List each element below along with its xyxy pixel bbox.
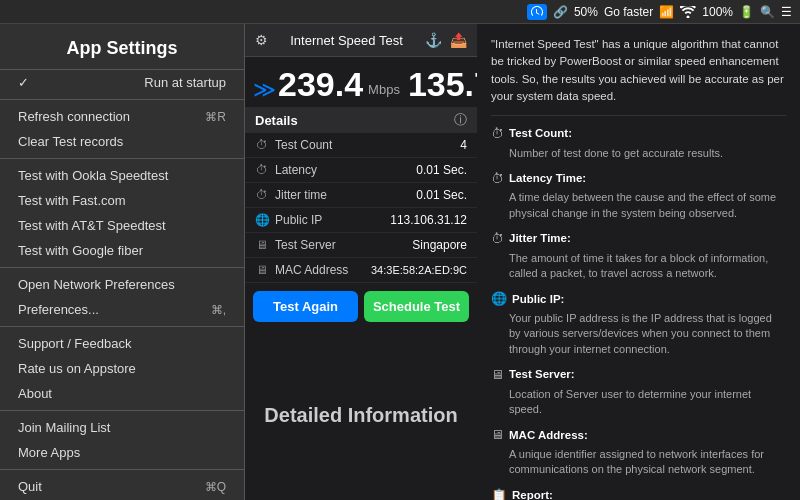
right-server-title: Test Server:: [509, 366, 575, 383]
right-panel-intro: "Internet Speed Test" has a unique algor…: [491, 36, 786, 105]
menu-icon[interactable]: ☰: [781, 5, 792, 19]
battery-full-text: 100%: [702, 5, 733, 19]
speed-app-icon[interactable]: [527, 4, 547, 20]
center-panel: ⚙ Internet Speed Test ⚓ 📤 ≫ 239.4 Mbps 1…: [245, 24, 477, 500]
menu-item-clear-records[interactable]: Clear Test records: [0, 129, 244, 154]
schedule-test-button[interactable]: Schedule Test: [364, 291, 469, 322]
right-jitter-text: The amount of time it takes for a block …: [491, 251, 786, 282]
right-server-icon: 🖥: [491, 365, 504, 385]
right-jitter-title: Jitter Time:: [509, 230, 571, 247]
menu-item-att[interactable]: Test with AT&T Speedtest: [0, 213, 244, 238]
detail-row-public-ip: 🌐 Public IP 113.106.31.12: [245, 208, 477, 233]
battery-percentage: 50%: [574, 5, 598, 19]
right-report-title: Report:: [512, 487, 553, 500]
test-count-value: 4: [460, 138, 467, 152]
jitter-value: 0.01 Sec.: [416, 188, 467, 202]
center-topbar-title: Internet Speed Test: [290, 33, 403, 48]
anchor-icon[interactable]: ⚓: [425, 32, 442, 48]
center-topbar: ⚙ Internet Speed Test ⚓ 📤: [245, 24, 477, 57]
right-jitter-icon: ⏱: [491, 229, 504, 249]
right-section-public-ip: 🌐 Public IP: Your public IP address is t…: [491, 289, 786, 357]
separator-2: [0, 158, 244, 159]
right-section-mac: 🖥 MAC Address: A unique identifier assig…: [491, 425, 786, 477]
separator-6: [0, 469, 244, 470]
topbar-icons: ⚓ 📤: [425, 32, 467, 48]
right-public-ip-title: Public IP:: [512, 291, 564, 308]
right-latency-title: Latency Time:: [509, 170, 586, 187]
wifi-icon: [680, 6, 696, 18]
detail-row-latency: ⏱ Latency 0.01 Sec.: [245, 158, 477, 183]
right-public-ip-text: Your public IP address is the IP address…: [491, 311, 786, 357]
right-latency-text: A time delay between the cause and the e…: [491, 190, 786, 221]
sidebar-title: App Settings: [0, 24, 244, 70]
right-public-ip-icon: 🌐: [491, 289, 507, 309]
menu-item-google[interactable]: Test with Google fiber: [0, 238, 244, 263]
gear-icon[interactable]: ⚙: [255, 32, 268, 48]
menu-item-mailing[interactable]: Join Mailing List: [0, 415, 244, 440]
test-server-label: Test Server: [275, 238, 336, 252]
right-test-count-title: Test Count:: [509, 125, 572, 142]
link-icon[interactable]: 🔗: [553, 5, 568, 19]
right-panel: "Internet Speed Test" has a unique algor…: [477, 24, 800, 500]
menu-item-quit[interactable]: Quit ⌘Q: [0, 474, 244, 499]
detail-row-jitter: ⏱ Jitter time 0.01 Sec.: [245, 183, 477, 208]
battery-icon: 🔋: [739, 5, 754, 19]
separator-5: [0, 410, 244, 411]
test-server-value: Singapore: [412, 238, 467, 252]
public-ip-value: 113.106.31.12: [390, 213, 467, 227]
test-count-label: Test Count: [275, 138, 332, 152]
details-info-icon[interactable]: ⓘ: [454, 111, 467, 129]
sidebar: App Settings Run at startup Refresh conn…: [0, 24, 245, 500]
speed-display: ≫ 239.4 Mbps 135.7 ≫: [245, 57, 477, 107]
separator-4: [0, 326, 244, 327]
right-report-icon: 📋: [491, 486, 507, 500]
jitter-label: Jitter time: [275, 188, 327, 202]
action-buttons: Test Again Schedule Test: [245, 283, 477, 330]
public-ip-label: Public IP: [275, 213, 322, 227]
test-again-button[interactable]: Test Again: [253, 291, 358, 322]
right-mac-icon: 🖥: [491, 425, 504, 445]
mac-icon: 🖥: [255, 263, 269, 277]
menu-item-ookla[interactable]: Test with Ookla Speedtest: [0, 163, 244, 188]
share-icon[interactable]: 📤: [450, 32, 467, 48]
menu-item-about[interactable]: About: [0, 381, 244, 406]
mac-value: 34:3E:58:2A:ED:9C: [371, 264, 467, 276]
latency-icon: ⏱: [255, 163, 269, 177]
test-count-icon: ⏱: [255, 138, 269, 152]
menu-item-support[interactable]: Support / Feedback: [0, 331, 244, 356]
menu-item-preferences[interactable]: Preferences... ⌘,: [0, 297, 244, 322]
menu-item-refresh[interactable]: Refresh connection ⌘R: [0, 104, 244, 129]
right-mac-text: A unique identifier assigned to network …: [491, 447, 786, 478]
latency-label: Latency: [275, 163, 317, 177]
right-test-count-icon: ⏱: [491, 124, 504, 144]
test-server-icon: 🖥: [255, 238, 269, 252]
detail-row-mac: 🖥 MAC Address 34:3E:58:2A:ED:9C: [245, 258, 477, 283]
menu-item-fast[interactable]: Test with Fast.com: [0, 188, 244, 213]
latency-value: 0.01 Sec.: [416, 163, 467, 177]
go-faster-text[interactable]: Go faster: [604, 5, 653, 19]
public-ip-icon: 🌐: [255, 213, 269, 227]
main-container: App Settings Run at startup Refresh conn…: [0, 24, 800, 500]
right-server-text: Location of Server user to determine you…: [491, 387, 786, 418]
detail-row-test-server: 🖥 Test Server Singapore: [245, 233, 477, 258]
right-section-latency: ⏱ Latency Time: A time delay between the…: [491, 169, 786, 221]
detailed-info-label: Detailed Information: [245, 330, 477, 500]
right-section-jitter: ⏱ Jitter Time: The amount of time it tak…: [491, 229, 786, 281]
right-section-test-count: ⏱ Test Count: Number of test done to get…: [491, 124, 786, 161]
signal-icon: 📶: [659, 5, 674, 19]
menu-item-more-apps[interactable]: More Apps: [0, 440, 244, 465]
download-speed-display: ≫ 239.4 Mbps: [253, 67, 400, 101]
right-section-report: 📋 Report: Get record of different speed …: [491, 486, 786, 500]
download-arrow-icon: ≫: [253, 79, 276, 101]
right-mac-title: MAC Address:: [509, 427, 588, 444]
menu-item-network-prefs[interactable]: Open Network Preferences: [0, 272, 244, 297]
details-label: Details: [255, 113, 298, 128]
detail-row-test-count: ⏱ Test Count 4: [245, 133, 477, 158]
menu-item-run-at-startup[interactable]: Run at startup: [0, 70, 244, 95]
search-icon[interactable]: 🔍: [760, 5, 775, 19]
menu-bar: 🔗 50% Go faster 📶 100% 🔋 🔍 ☰: [0, 0, 800, 24]
menu-item-rate[interactable]: Rate us on Appstore: [0, 356, 244, 381]
mac-label: MAC Address: [275, 263, 348, 277]
speed-unit: Mbps: [368, 82, 400, 97]
separator-1: [0, 99, 244, 100]
